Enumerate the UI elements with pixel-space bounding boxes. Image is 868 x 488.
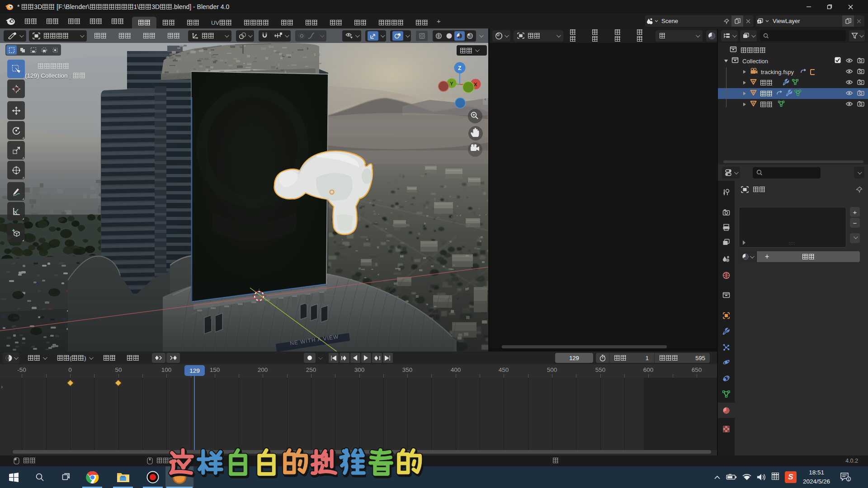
svg-text:X: X (474, 82, 477, 87)
svg-text:Z: Z (458, 65, 461, 71)
svg-text:1: 1 (848, 477, 850, 481)
svg-text:Y: Y (450, 81, 453, 86)
